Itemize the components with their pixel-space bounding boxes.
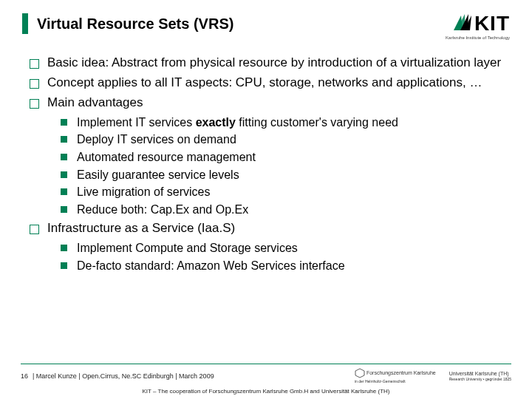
footer-logo-uni: Universität Karlsruhe (TH) Research Univ… [449, 371, 511, 381]
bullet-text: Implement Compute and Storage services [77, 242, 298, 254]
bullet-text: Implement IT services [77, 116, 196, 129]
bullet-text: Automated resource management [77, 151, 256, 163]
bullet-text: De-facto standard: Amazon Web Services i… [77, 259, 345, 272]
list-item: Easily guarantee service levels [61, 167, 502, 183]
list-item: Implement Compute and Storage services [61, 240, 502, 256]
list-item: Reduce both: Cap.Ex and Op.Ex [61, 202, 502, 218]
kit-logo-letters: KIT [474, 12, 510, 35]
footer-meta-row: 16 | Marcel Kunze | Open.Cirrus, Ne.SC E… [21, 368, 511, 383]
list-item: Main advantages Implement IT services ex… [30, 95, 502, 218]
list-item: De-facto standard: Amazon Web Services i… [61, 258, 502, 274]
sub-bullet-list: Implement IT services exactly fitting cu… [61, 115, 502, 218]
list-item: Concept applies to all IT aspects: CPU, … [30, 75, 502, 92]
list-item: Basic idea: Abstract from physical resou… [30, 55, 502, 72]
kit-fan-icon [454, 13, 473, 30]
bullet-text: Deploy IT services on demand [77, 133, 236, 146]
bullet-text: Easily guarantee service levels [77, 168, 239, 181]
bullet-text: Live migration of services [77, 185, 211, 198]
page-number: 16 [21, 372, 28, 380]
footer-meta: | Marcel Kunze | Open.Cirrus, Ne.SC Edin… [33, 372, 214, 380]
title-block: Virtual Resource Sets (VRS) [22, 13, 446, 34]
list-item: Implement IT services exactly fitting cu… [61, 115, 502, 131]
list-item: Automated resource management [61, 149, 502, 166]
footer-logo-text: Forschungszentrum Karlsruhe [366, 370, 436, 375]
footer-divider [21, 364, 511, 364]
bullet-text: fitting customer's varying need [236, 116, 398, 129]
bullet-text: Main advantages [47, 95, 143, 109]
slide-content: Basic idea: Abstract from physical resou… [0, 46, 532, 274]
kit-logo-text: KIT [454, 13, 510, 34]
footer-logo-text: Universität Karlsruhe (TH) [449, 371, 509, 376]
kit-logo-subtitle: Karlsruhe Institute of Technology [446, 35, 510, 40]
footer-logo-fzk: Forschungszentrum Karlsruhe in der Helmh… [355, 368, 436, 383]
list-item: Deploy IT services on demand [61, 132, 502, 148]
slide-header: Virtual Resource Sets (VRS) KIT Karlsruh… [0, 0, 532, 46]
bullet-text: Basic idea: Abstract from physical resou… [47, 55, 501, 69]
bullet-text: Infrastructure as a Service (Iaa.S) [47, 221, 235, 235]
slide-title: Virtual Resource Sets (VRS) [37, 16, 233, 33]
svg-marker-0 [355, 369, 364, 378]
bullet-text-bold: exactly [196, 116, 236, 129]
kit-logo: KIT Karlsruhe Institute of Technology [446, 13, 510, 40]
bullet-text: Reduce both: Cap.Ex and Op.Ex [77, 203, 248, 216]
list-item: Infrastructure as a Service (Iaa.S) Impl… [30, 220, 502, 273]
bullet-text: Concept applies to all IT aspects: CPU, … [47, 75, 482, 89]
footer-logos: Forschungszentrum Karlsruhe in der Helmh… [355, 368, 511, 383]
footer-logo-subtext: in der Helmholtz-Gemeinschaft [355, 379, 406, 383]
bullet-list: Basic idea: Abstract from physical resou… [30, 55, 502, 274]
title-accent-bar [22, 13, 28, 34]
footer-bottom-text: KIT – The cooperation of Forschungszentr… [0, 388, 532, 395]
sub-bullet-list: Implement Compute and Storage services D… [61, 240, 502, 273]
list-item: Live migration of services [61, 184, 502, 200]
slide-footer: 16 | Marcel Kunze | Open.Cirrus, Ne.SC E… [0, 364, 532, 399]
footer-logo-subtext: Research University • gegründet 1825 [449, 377, 511, 381]
